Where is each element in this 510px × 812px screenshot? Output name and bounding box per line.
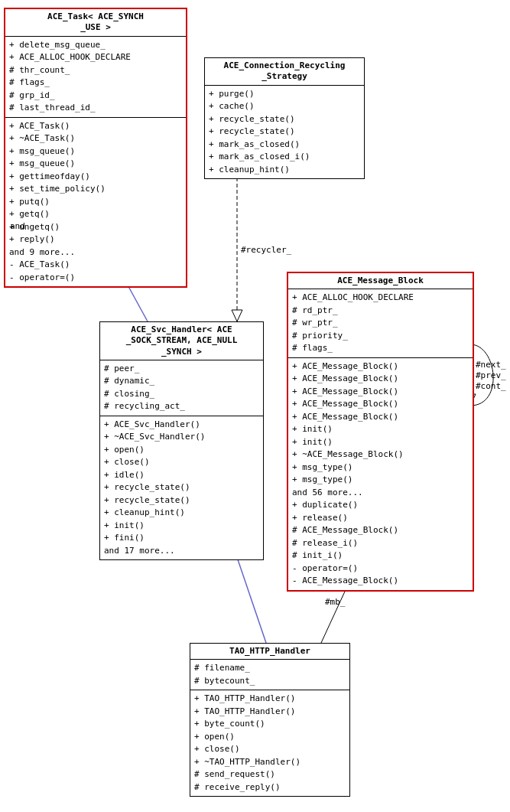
ace-message-block-box: ACE_Message_Block + ACE_ALLOC_HOOK_DECLA… [287,272,474,592]
svg-text:#next_: #next_ [476,360,506,370]
tao-http-handler-title: TAO_HTTP_Handler [190,644,349,660]
ace-svc-handler-attributes: # peer_ # dynamic_ # closing_ # recyclin… [100,360,263,416]
ace-svc-handler-box: ACE_Svc_Handler< ACE_SOCK_STREAM, ACE_NU… [99,321,264,560]
svg-text:#prev_: #prev_ [476,370,506,380]
svg-text:#mb_: #mb_ [325,597,346,607]
ace-message-block-attributes: + ACE_ALLOC_HOOK_DECLARE # rd_ptr_ # wr_… [288,289,473,358]
ace-message-block-methods: + ACE_Message_Block() + ACE_Message_Bloc… [288,358,473,590]
tao-http-handler-box: TAO_HTTP_Handler # filename_ # bytecount… [190,643,350,797]
ace-task-title: ACE_Task< ACE_SYNCH_USE > [5,9,186,37]
tao-http-handler-attributes: # filename_ # bytecount_ [190,660,349,690]
svg-marker-3 [232,310,242,321]
ace-svc-handler-methods: + ACE_Svc_Handler() + ~ACE_Svc_Handler()… [100,416,263,560]
ace-connection-recycling-title: ACE_Connection_Recycling_Strategy [205,58,364,86]
ace-message-block-title: ACE_Message_Block [288,273,473,289]
ace-connection-recycling-methods: + purge() + cache() + recycle_state() + … [205,86,364,179]
and-label: and [10,221,25,231]
svg-text:#recycler_: #recycler_ [241,245,292,255]
ace-task-methods: + ACE_Task() + ~ACE_Task() + msg_queue()… [5,118,186,287]
ace-svc-handler-title: ACE_Svc_Handler< ACE_SOCK_STREAM, ACE_NU… [100,322,263,360]
svg-text:#cont_: #cont_ [476,381,506,391]
ace-task-attributes: + delete_msg_queue_ + ACE_ALLOC_HOOK_DEC… [5,37,186,118]
diagram-container: #recycler_ #next_ #prev_ #cont_ #mb_ ACE… [0,0,510,812]
tao-http-handler-methods: + TAO_HTTP_Handler() + TAO_HTTP_Handler(… [190,690,349,796]
ace-connection-recycling-box: ACE_Connection_Recycling_Strategy + purg… [204,57,365,179]
ace-task-box: ACE_Task< ACE_SYNCH_USE > + delete_msg_q… [4,8,187,288]
